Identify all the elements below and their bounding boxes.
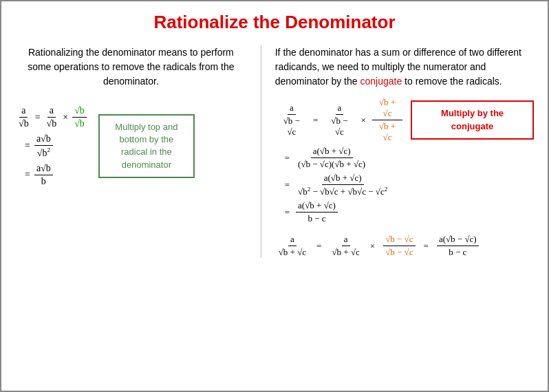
b1-frac1: a √b + √c xyxy=(277,234,308,258)
r1-frac2: a √b − √c xyxy=(324,102,354,138)
equals-2: = xyxy=(25,140,30,151)
equals-3: = xyxy=(25,169,30,180)
right-column: If the denominator has a sum or differen… xyxy=(261,45,534,258)
r1-frac3: √b + √c √b + √c xyxy=(372,97,402,143)
left-formula: a √b = a √b × √b √b xyxy=(15,102,88,190)
b1-eq2: = xyxy=(424,241,429,252)
conjugate-word: conjugate xyxy=(360,76,402,87)
r1-frac1: a √b − √c xyxy=(277,102,307,138)
right-math-block: a √b − √c = a √b − √c × √b + √c √b + √c xyxy=(275,97,534,258)
frac-asqrtb-b: a√b b xyxy=(34,163,53,187)
page-title: Rationalize the Denominator xyxy=(15,12,534,33)
left-math-section: a √b = a √b × √b √b xyxy=(15,102,247,190)
frac-a-sqrtb: a √b xyxy=(17,105,31,129)
r4-frac: a(√b + √c) b − c xyxy=(296,200,338,224)
r3-frac: a(√b + √c) √b2 − √b√c + √b√c − √c2 xyxy=(296,173,389,197)
r2-frac: a(√b + √c) (√b − √c)(√b + √c) xyxy=(296,146,367,170)
r4-eq: = xyxy=(285,207,290,218)
main-page: Rationalize the Denominator Rationalizin… xyxy=(0,0,549,392)
b1-frac4: a(√b − √c) b − c xyxy=(437,234,479,258)
r2-eq: = xyxy=(285,153,290,164)
bottom-formula-row: a √b + √c = a √b + √c × √b − √c √b − √c … xyxy=(275,234,534,258)
left-hint-box: Multiply top and bottom by the radical i… xyxy=(98,114,195,178)
b1-frac3: √b − √c √b − √c xyxy=(383,234,415,258)
left-column: Rationalizing the denominator means to p… xyxy=(15,45,261,258)
r1-eq1: = xyxy=(313,115,318,126)
b1-frac2: a √b + √c xyxy=(330,234,361,258)
left-intro: Rationalizing the denominator means to p… xyxy=(15,45,247,89)
b1-times: × xyxy=(370,241,375,252)
frac-sqrtb-sqrtb: √b √b xyxy=(72,105,87,129)
frac-a-sqrtb-2: a √b xyxy=(45,105,59,129)
frac-asqrtb-sqrtb2: a√b √b2 xyxy=(34,133,53,159)
times-1: × xyxy=(63,112,68,123)
equals-1: = xyxy=(35,112,41,123)
r1-times: × xyxy=(361,115,366,126)
b1-eq1: = xyxy=(316,241,321,252)
right-intro: If the denominator has a sum or differen… xyxy=(275,45,534,89)
right-hint-box: Multiply by the conjugate xyxy=(411,100,534,139)
r3-eq: = xyxy=(285,179,290,190)
